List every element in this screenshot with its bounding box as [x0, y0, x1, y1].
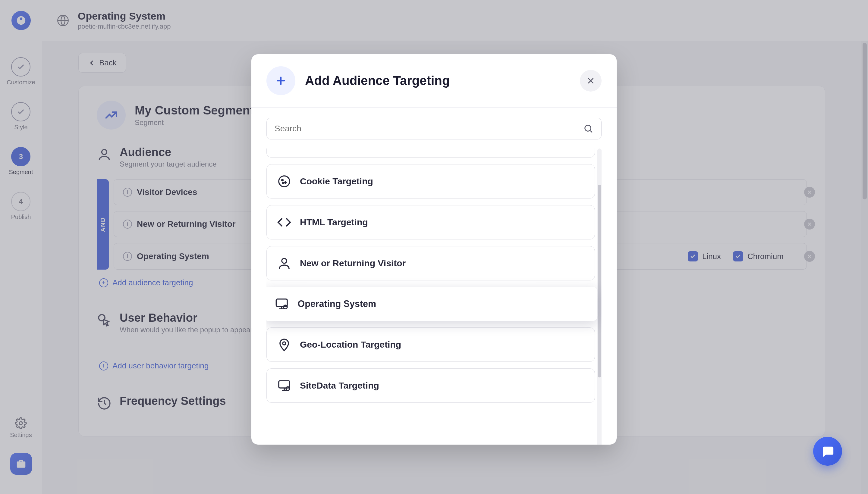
option-label: Cookie Targeting — [300, 176, 373, 187]
modal-scrollbar[interactable] — [597, 149, 602, 444]
device-gear-icon — [277, 378, 292, 393]
svg-point-8 — [282, 183, 283, 184]
option-label: Geo-Location Targeting — [300, 340, 401, 350]
option-label: HTML Targeting — [300, 217, 368, 227]
option-label: Operating System — [297, 299, 376, 309]
close-icon — [586, 76, 595, 85]
svg-point-14 — [286, 387, 290, 391]
search-input-wrapper[interactable] — [266, 118, 602, 139]
modal-plus-badge — [266, 66, 295, 95]
modal-scrollbar-thumb[interactable] — [598, 185, 601, 377]
modal-title: Add Audience Targeting — [305, 74, 450, 88]
plus-icon — [275, 75, 287, 87]
modal-close-button[interactable] — [580, 70, 602, 92]
option-html-targeting[interactable]: HTML Targeting — [266, 205, 595, 240]
svg-point-9 — [282, 259, 287, 263]
chat-icon — [821, 444, 834, 458]
option-label: SiteData Targeting — [300, 380, 379, 391]
option-new-or-returning[interactable]: New or Returning Visitor — [266, 246, 595, 281]
option-operating-system[interactable]: Operating System — [266, 287, 597, 321]
code-icon — [277, 215, 292, 230]
svg-point-4 — [585, 125, 591, 131]
svg-point-6 — [282, 179, 283, 181]
pin-icon — [277, 337, 292, 352]
svg-point-7 — [285, 182, 286, 184]
option-cookie-targeting[interactable]: Cookie Targeting — [266, 164, 595, 198]
chat-launcher[interactable] — [813, 437, 842, 466]
option-partial-top — [266, 149, 595, 157]
cookie-icon — [277, 174, 292, 189]
svg-point-5 — [279, 176, 290, 187]
svg-point-12 — [283, 342, 286, 345]
svg-point-11 — [283, 305, 287, 309]
person-icon — [277, 256, 292, 270]
option-label: New or Returning Visitor — [300, 258, 406, 268]
add-targeting-modal: Add Audience Targeting Cookie Targeting — [251, 54, 617, 444]
option-sitedata-targeting[interactable]: SiteData Targeting — [266, 368, 595, 403]
search-icon — [583, 124, 593, 134]
option-geo-location[interactable]: Geo-Location Targeting — [266, 327, 595, 362]
search-input[interactable] — [275, 124, 583, 133]
device-gear-icon — [274, 297, 289, 311]
